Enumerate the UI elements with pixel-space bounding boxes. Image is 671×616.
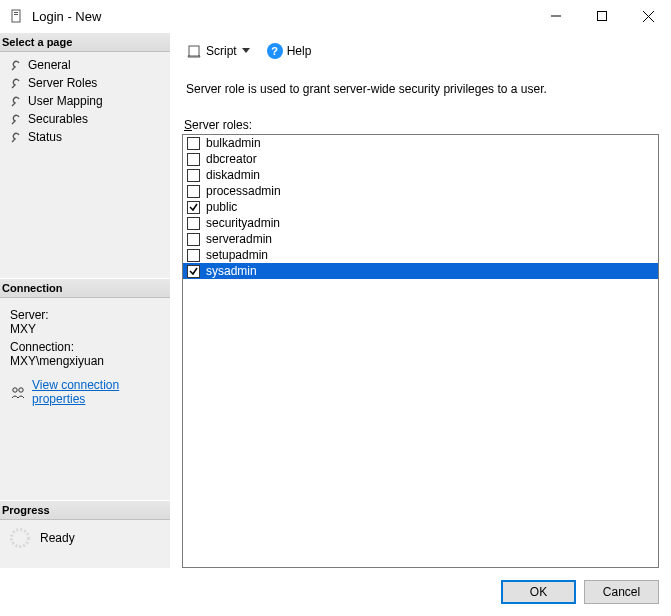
spinner-icon xyxy=(10,528,30,548)
role-row-diskadmin[interactable]: diskadmin xyxy=(183,167,658,183)
chevron-down-icon xyxy=(241,46,251,56)
role-row-dbcreator[interactable]: dbcreator xyxy=(183,151,658,167)
role-checkbox[interactable] xyxy=(187,169,200,182)
maximize-button[interactable] xyxy=(579,0,625,32)
role-name: setupadmin xyxy=(206,248,268,262)
role-row-setupadmin[interactable]: setupadmin xyxy=(183,247,658,263)
wrench-icon xyxy=(10,76,24,90)
wrench-icon xyxy=(10,130,24,144)
connection-value: MXY\mengxiyuan xyxy=(10,354,162,368)
window-title: Login - New xyxy=(32,9,101,24)
role-name: sysadmin xyxy=(206,264,257,278)
help-label: Help xyxy=(287,44,312,58)
svg-point-7 xyxy=(13,388,17,392)
page-item-user-mapping[interactable]: User Mapping xyxy=(6,92,170,110)
connection-label: Connection: xyxy=(10,340,162,354)
script-button[interactable]: Script xyxy=(182,41,255,61)
role-name: diskadmin xyxy=(206,168,260,182)
role-row-sysadmin[interactable]: sysadmin xyxy=(183,263,658,279)
role-name: serveradmin xyxy=(206,232,272,246)
role-row-processadmin[interactable]: processadmin xyxy=(183,183,658,199)
progress-body: Ready xyxy=(0,520,170,568)
role-checkbox[interactable] xyxy=(187,265,200,278)
svg-point-9 xyxy=(12,530,29,547)
svg-rect-10 xyxy=(189,46,199,56)
role-name: securityadmin xyxy=(206,216,280,230)
server-value: MXY xyxy=(10,322,162,336)
page-item-label: Server Roles xyxy=(28,76,97,90)
description-text: Server role is used to grant server-wide… xyxy=(186,82,659,96)
server-roles-listbox[interactable]: bulkadmindbcreatordiskadminprocessadminp… xyxy=(182,134,659,568)
role-name: public xyxy=(206,200,237,214)
role-row-securityadmin[interactable]: securityadmin xyxy=(183,215,658,231)
toolbar: Script ? Help xyxy=(182,32,659,64)
wrench-icon xyxy=(10,112,24,126)
role-row-serveradmin[interactable]: serveradmin xyxy=(183,231,658,247)
svg-point-8 xyxy=(19,388,23,392)
page-item-general[interactable]: General xyxy=(6,56,170,74)
svg-rect-0 xyxy=(12,10,20,22)
wrench-icon xyxy=(10,58,24,72)
role-checkbox[interactable] xyxy=(187,185,200,198)
page-item-label: Securables xyxy=(28,112,88,126)
script-icon xyxy=(186,43,202,59)
right-panel: Script ? Help Server role is used to gra… xyxy=(170,32,671,568)
role-name: processadmin xyxy=(206,184,281,198)
help-icon: ? xyxy=(267,43,283,59)
role-row-bulkadmin[interactable]: bulkadmin xyxy=(183,135,658,151)
svg-rect-4 xyxy=(598,12,607,21)
dialog-buttons: OK Cancel xyxy=(0,568,671,616)
role-checkbox[interactable] xyxy=(187,233,200,246)
page-item-server-roles[interactable]: Server Roles xyxy=(6,74,170,92)
connection-body: Server: MXY Connection: MXY\mengxiyuan V… xyxy=(0,298,170,416)
view-connection-properties-link[interactable]: View connection properties xyxy=(32,378,162,406)
page-item-label: User Mapping xyxy=(28,94,103,108)
server-label: Server: xyxy=(10,308,162,322)
role-row-public[interactable]: public xyxy=(183,199,658,215)
page-item-securables[interactable]: Securables xyxy=(6,110,170,128)
minimize-button[interactable] xyxy=(533,0,579,32)
wrench-icon xyxy=(10,94,24,108)
titlebar: Login - New xyxy=(0,0,671,32)
close-button[interactable] xyxy=(625,0,671,32)
group-icon xyxy=(10,385,26,399)
connection-header: Connection xyxy=(0,278,170,298)
progress-header: Progress xyxy=(0,500,170,520)
script-label: Script xyxy=(206,44,237,58)
page-item-status[interactable]: Status xyxy=(6,128,170,146)
svg-rect-1 xyxy=(14,12,18,13)
left-panel: Select a page General Server Roles User … xyxy=(0,32,170,568)
server-roles-label: Server roles: xyxy=(184,118,659,132)
role-checkbox[interactable] xyxy=(187,217,200,230)
role-checkbox[interactable] xyxy=(187,249,200,262)
server-icon xyxy=(8,8,24,24)
page-item-label: Status xyxy=(28,130,62,144)
svg-rect-2 xyxy=(14,14,18,15)
page-item-label: General xyxy=(28,58,71,72)
role-name: bulkadmin xyxy=(206,136,261,150)
cancel-button[interactable]: Cancel xyxy=(584,580,659,604)
select-page-header: Select a page xyxy=(0,32,170,52)
role-checkbox[interactable] xyxy=(187,137,200,150)
role-name: dbcreator xyxy=(206,152,257,166)
role-checkbox[interactable] xyxy=(187,153,200,166)
ok-button[interactable]: OK xyxy=(501,580,576,604)
progress-status: Ready xyxy=(40,531,75,545)
role-checkbox[interactable] xyxy=(187,201,200,214)
page-list: General Server Roles User Mapping Secura… xyxy=(0,52,170,158)
help-button[interactable]: ? Help xyxy=(263,41,316,61)
